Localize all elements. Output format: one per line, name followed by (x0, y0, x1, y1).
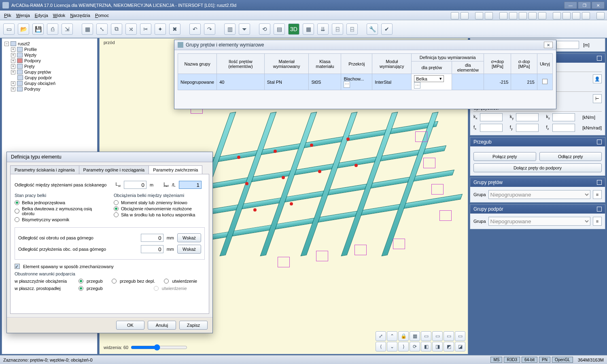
vm-8[interactable] (528, 12, 537, 19)
cell-class[interactable]: St0S (309, 74, 341, 90)
nav-down-icon[interactable]: ⌄ (387, 342, 397, 351)
tb-table-icon[interactable]: ▤ (274, 23, 285, 35)
tree-item-profile[interactable]: Profile (24, 47, 37, 52)
bargroups-collapse-icon[interactable] (597, 180, 602, 185)
bargroups-manage-icon[interactable]: ≡ (593, 190, 602, 199)
dialog-cancel-button[interactable]: Anuluj (148, 321, 176, 330)
attach-to-support-button[interactable]: Dołącz pręty do podpory (473, 163, 602, 172)
close-button[interactable]: ✕ (592, 2, 605, 9)
vm-14[interactable] (596, 12, 605, 19)
dialog-ok-button[interactable]: OK (116, 321, 144, 330)
hide-checkbox[interactable] (542, 79, 548, 84)
kx-input[interactable] (480, 113, 503, 121)
tab-lateral-buckling[interactable]: Parametry zwichrzenia (149, 165, 202, 174)
vm-12[interactable] (572, 12, 580, 19)
nav-v2-icon[interactable]: ▭ (432, 331, 443, 341)
rot-pick-icon[interactable]: ⊢ (593, 94, 602, 103)
vm-6[interactable] (509, 12, 517, 19)
dz-input[interactable] (556, 41, 579, 49)
welded-checkbox[interactable]: ✓ (15, 264, 20, 269)
nav-b-icon[interactable]: ◨ (432, 342, 443, 351)
tb-calc-icon[interactable]: ⌸ (332, 23, 343, 35)
lst-input[interactable] (124, 181, 146, 189)
vm-7[interactable] (519, 12, 527, 19)
suppgroups-select[interactable]: Niepogrupowane (488, 217, 590, 226)
nav-lock-icon[interactable]: 🔒 (398, 331, 409, 341)
fkx-input[interactable] (480, 124, 503, 132)
rb-single-span[interactable] (15, 200, 19, 205)
rb-double-tee[interactable] (15, 209, 19, 214)
nav-v4-icon[interactable]: ▭ (455, 331, 465, 341)
table-row[interactable]: Niepogrupowane 40 Stal PN St0S Blachow..… (178, 74, 553, 90)
tree-root[interactable]: ruszt2 (18, 41, 30, 46)
tree-item-grupy-podpor[interactable]: Grupy podpór (25, 75, 52, 80)
nav-left-icon[interactable]: ⟨ (376, 342, 386, 351)
nav-up-icon[interactable]: ⌃ (387, 331, 397, 341)
rb-uniform[interactable] (114, 206, 119, 211)
menu-narzedzia[interactable]: Narzędzia (70, 13, 90, 18)
tb-settings-icon[interactable]: 🔧 (367, 23, 378, 35)
bc1-hinge-nd[interactable] (112, 279, 117, 284)
vm-2[interactable] (461, 12, 469, 19)
tb-gridw-icon[interactable]: ▦ (303, 23, 314, 35)
tree-item-grupy-pretow[interactable]: Grupy prętów (24, 70, 51, 74)
tab-general[interactable]: Parametry ogólne i rozciągania (79, 165, 149, 174)
tb-redo[interactable]: ↷ (204, 23, 215, 35)
cell-module[interactable]: InterStal (372, 74, 412, 90)
supports-collapse-icon[interactable] (597, 56, 602, 61)
nav-v3-icon[interactable]: ▭ (444, 331, 454, 341)
element-type-dialog[interactable]: Definicja typu elementu Parametry ściska… (6, 152, 213, 333)
tb-open[interactable]: 📂 (18, 23, 29, 35)
tab-compression[interactable]: Parametry ściskania i zginania (10, 165, 79, 174)
tb-trans-icon[interactable]: ⟲ (259, 23, 270, 35)
menu-edycja[interactable]: Edycja (35, 13, 48, 18)
disconnect-bars-button[interactable]: Odłącz pręty (539, 152, 602, 161)
tb-array-icon[interactable]: ⤨ (125, 23, 137, 35)
tree-toggle[interactable]: + (11, 81, 15, 86)
suppgroups-collapse-icon[interactable] (597, 207, 602, 212)
fkz-input[interactable] (552, 124, 575, 132)
groups-window-close[interactable]: ✕ (544, 42, 553, 48)
tb-undo[interactable]: ↶ (189, 23, 201, 35)
menu-wersja[interactable]: Wersja (16, 13, 30, 18)
tb-copy-icon[interactable]: ⧉ (111, 23, 122, 35)
tree-toggle[interactable]: + (11, 87, 15, 91)
nav-fit-icon[interactable]: ⤢ (376, 331, 386, 341)
tree-item-podrysy[interactable]: Podrysy (24, 87, 40, 91)
hinge-collapse-icon[interactable] (597, 140, 602, 144)
tb-cut-icon[interactable]: ✂ (140, 23, 151, 35)
vm-13[interactable] (582, 12, 590, 19)
tree-toggle[interactable]: + (11, 70, 15, 74)
cell-material[interactable]: Stal PN (264, 74, 309, 90)
d1-pick-button[interactable]: Wskaż (177, 233, 201, 242)
tb-saveas[interactable]: ⎙ (47, 23, 58, 35)
tb-grid-icon[interactable]: ▦ (82, 23, 93, 35)
connect-bars-button[interactable]: Połącz pręty (473, 152, 536, 161)
vm-10[interactable] (553, 12, 561, 19)
vm-5[interactable] (499, 12, 507, 19)
disp-pick-icon[interactable]: 👤 (593, 74, 602, 83)
nav-d-icon[interactable]: ◪ (455, 342, 465, 351)
nav-a-icon[interactable]: ◧ (421, 342, 431, 351)
bc1-hinge[interactable] (79, 279, 83, 284)
fov-slider[interactable] (131, 344, 187, 351)
tb-col-icon[interactable]: ▥ (224, 23, 236, 35)
rb-point-force[interactable] (114, 212, 119, 217)
menu-pomoc[interactable]: Pomoc (95, 13, 109, 18)
tb-pick-icon[interactable]: ⤡ (96, 23, 108, 35)
nav-c-icon[interactable]: ◩ (444, 342, 454, 351)
nav-grid-icon[interactable]: ▦ (410, 331, 420, 341)
tree-toggle[interactable]: + (11, 53, 15, 57)
bc2-hinge[interactable] (79, 286, 83, 291)
vm-11[interactable] (562, 12, 571, 19)
groups-window[interactable]: Grupy prętów i elementy wymiarowe ✕ Nazw… (174, 40, 556, 109)
vm-3[interactable] (475, 12, 483, 19)
menu-widok[interactable]: Widok (53, 13, 66, 18)
tree-toggle[interactable]: + (11, 59, 15, 63)
kz-input[interactable] (552, 113, 575, 121)
tree-toggle[interactable]: + (11, 47, 15, 52)
tb-calc2-icon[interactable]: ⌸ (346, 23, 358, 35)
d1-input[interactable] (141, 234, 163, 242)
cell-sigminus[interactable]: 215 (511, 74, 537, 90)
rb-moment[interactable] (114, 200, 119, 205)
